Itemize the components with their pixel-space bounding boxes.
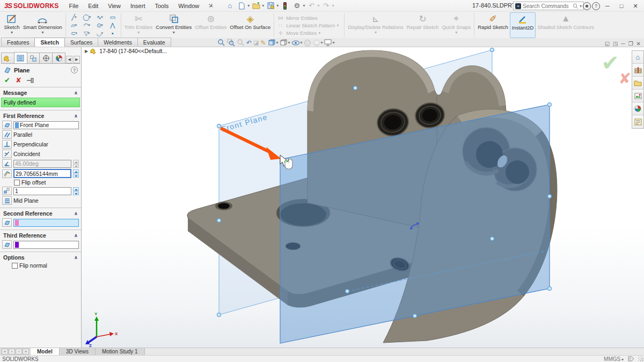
- search-magnifier-icon[interactable]: [573, 3, 579, 9]
- shaded-sketch-contours-button[interactable]: ▲ Shaded Sketch Contours: [536, 12, 596, 38]
- view-palette-icon[interactable]: [632, 90, 643, 102]
- second-reference-field[interactable]: [13, 219, 79, 227]
- options-header[interactable]: Options∧: [0, 252, 81, 262]
- trim-entities-button[interactable]: ✄ Trim Entities ▾: [123, 12, 154, 38]
- design-library-icon[interactable]: [632, 64, 643, 77]
- undo-icon[interactable]: ↶: [306, 1, 317, 11]
- menu-insert[interactable]: Insert: [126, 1, 150, 11]
- appearances-scenes-icon[interactable]: [632, 102, 643, 115]
- tab-model[interactable]: Model: [31, 348, 60, 355]
- tab-3d-views[interactable]: 3D Views: [60, 348, 96, 355]
- offset-distance-field[interactable]: 29.70565144mm: [13, 169, 71, 178]
- doc-restore-button[interactable]: ❐: [628, 41, 633, 47]
- linear-sketch-pattern-button[interactable]: ∷ Linear Sketch Pattern ▾: [276, 22, 342, 29]
- second-reference-header[interactable]: Second Reference∧: [0, 208, 81, 218]
- undo-dropdown[interactable]: ▾: [317, 3, 319, 8]
- confirm-cancel-watermark-icon[interactable]: ✘: [619, 70, 631, 87]
- tab-next-icon[interactable]: ›: [16, 349, 22, 354]
- handle[interactable]: [354, 86, 357, 90]
- menu-view[interactable]: View: [103, 1, 126, 11]
- tab-first-icon[interactable]: «: [2, 349, 8, 354]
- redo-dropdown[interactable]: ▾: [332, 3, 334, 8]
- pm-ok-button[interactable]: ✔: [4, 76, 10, 84]
- angle-spinner[interactable]: [73, 160, 79, 168]
- new-dropdown[interactable]: ▾: [247, 3, 250, 8]
- spline-tool-icon[interactable]: ∿▾: [93, 13, 106, 21]
- convert-entities-button[interactable]: Convert Entities ▾: [154, 12, 193, 38]
- featuremanager-tree-tab[interactable]: [1, 53, 14, 63]
- display-delete-relations-button[interactable]: ⊾ Display/Delete Relations ▾: [346, 12, 405, 38]
- angle-field[interactable]: 45.00deg: [13, 160, 71, 168]
- convert-flyout[interactable]: ▾: [173, 31, 175, 35]
- doc-minimize-button[interactable]: ─: [621, 41, 625, 47]
- search-input[interactable]: [523, 3, 571, 9]
- sketch-button[interactable]: Sketch ▾: [2, 12, 21, 38]
- offset-on-surface-button[interactable]: ◈ Offset On Surface: [228, 12, 272, 38]
- view-orientation-dropdown[interactable]: ▾: [276, 40, 279, 45]
- doc-close-button[interactable]: ✕: [636, 41, 641, 47]
- first-reference-header[interactable]: First Reference∧: [0, 110, 81, 120]
- graphics-viewport[interactable]: ▶ 17-840 (17-840<<Default... ✔ ✘ ⌂: [82, 47, 644, 348]
- pane-tab-scroll-right[interactable]: ▶: [74, 56, 80, 63]
- help-icon[interactable]: ?: [592, 2, 600, 10]
- tab-motion-study[interactable]: Motion Study 1: [96, 348, 145, 355]
- handle[interactable]: [548, 195, 552, 198]
- home-icon[interactable]: ⌂: [224, 1, 235, 11]
- parallelogram-tool-icon[interactable]: ▱▾: [68, 21, 80, 29]
- circle-tool-icon[interactable]: ◯▾: [80, 13, 93, 21]
- pm-help-icon[interactable]: ?: [71, 67, 78, 73]
- flip-normal-option[interactable]: Flip normal: [0, 262, 81, 269]
- open-file-icon[interactable]: [251, 1, 261, 11]
- ddr-flyout[interactable]: ▾: [375, 31, 377, 35]
- menu-edit[interactable]: Edit: [83, 1, 103, 11]
- dimxpertmanager-tab[interactable]: [39, 53, 53, 63]
- user-account-icon[interactable]: ☻: [583, 2, 591, 10]
- tab-features[interactable]: Features: [1, 38, 35, 47]
- tab-evaluate[interactable]: Evaluate: [137, 38, 171, 47]
- search-commands-box[interactable]: » ▾: [513, 2, 584, 10]
- section-view-icon[interactable]: ◪: [253, 39, 259, 47]
- handle[interactable]: [548, 103, 552, 107]
- trim-flyout[interactable]: ▾: [137, 31, 140, 35]
- pin-menu-icon[interactable]: ✈: [207, 1, 216, 10]
- instant2d-button[interactable]: Instant2D: [510, 12, 536, 38]
- handle[interactable]: [491, 48, 494, 52]
- handle[interactable]: [217, 219, 221, 223]
- mirror-entities-button[interactable]: ⋈ Mirror Entities: [276, 14, 342, 21]
- third-reference-field[interactable]: [13, 241, 79, 249]
- first-reference-field[interactable]: Front Plane: [13, 121, 79, 129]
- file-explorer-icon[interactable]: [632, 77, 643, 90]
- handle[interactable]: [548, 287, 552, 291]
- tab-surfaces[interactable]: Surfaces: [64, 38, 98, 47]
- propertymanager-tab[interactable]: [14, 52, 27, 63]
- options-gear-icon[interactable]: ⚙: [291, 1, 302, 11]
- custom-properties-tag-icon[interactable]: [628, 356, 634, 361]
- zoom-in-out-icon[interactable]: [236, 39, 245, 47]
- instance-count-spinner[interactable]: [73, 187, 79, 195]
- view-orientation-icon[interactable]: [267, 39, 276, 47]
- message-section-header[interactable]: Message∧: [0, 87, 81, 97]
- tab-prev-icon[interactable]: ‹: [9, 349, 15, 354]
- new-document-icon[interactable]: [236, 1, 247, 11]
- polygon-tool-icon[interactable]: ▽▾: [80, 29, 93, 38]
- sketch-settings-icon[interactable]: ✎: [260, 39, 266, 47]
- maximize-button[interactable]: □: [615, 1, 628, 11]
- mirror-sketch-icon[interactable]: ⋀: [106, 21, 119, 29]
- ellipse-tool-icon[interactable]: ⊙▾: [93, 21, 106, 29]
- quick-snaps-flyout[interactable]: ▾: [455, 31, 457, 35]
- sketch-flyout[interactable]: ▾: [11, 31, 13, 35]
- menu-file[interactable]: File: [64, 1, 84, 11]
- close-button[interactable]: ✕: [629, 1, 642, 11]
- plate-hole-left[interactable]: [218, 203, 230, 209]
- home-tab-icon[interactable]: ⌂: [632, 51, 643, 64]
- parallel-option[interactable]: Parallel: [0, 130, 81, 139]
- resize-grip[interactable]: [638, 356, 643, 361]
- displaymanager-tab[interactable]: [52, 53, 65, 63]
- doc-next-window-icon[interactable]: ◳: [613, 41, 618, 47]
- save-icon[interactable]: [265, 1, 276, 11]
- offset-spinner[interactable]: [73, 169, 79, 178]
- flip-offset-option[interactable]: Flip offset: [0, 179, 81, 186]
- menu-tools[interactable]: Tools: [150, 1, 173, 11]
- configurationmanager-tab[interactable]: [27, 53, 40, 63]
- doc-prev-window-icon[interactable]: ◱: [605, 41, 610, 47]
